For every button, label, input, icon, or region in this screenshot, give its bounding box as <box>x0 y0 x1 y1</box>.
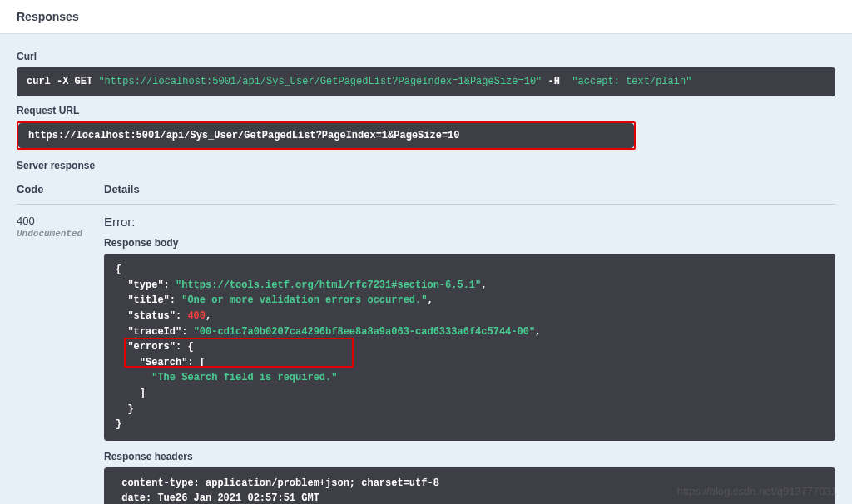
request-url-highlight: https://localhost:5001/api/Sys_User/GetP… <box>17 121 636 150</box>
curl-label: Curl <box>17 51 835 62</box>
curl-prefix: curl -X GET <box>27 76 98 87</box>
status-code: 400 <box>17 215 104 227</box>
response-headers-block[interactable]: content-type: application/problem+json; … <box>104 467 835 504</box>
responses-title: Responses <box>17 10 835 23</box>
response-details-cell: Error: Response body { "type": "https://… <box>104 215 835 504</box>
response-headers-label: Response headers <box>104 451 835 462</box>
response-body-label: Response body <box>104 237 835 249</box>
col-details-header: Details <box>104 183 835 195</box>
response-body-block[interactable]: { "type": "https://tools.ietf.org/html/r… <box>104 254 835 441</box>
server-response-label: Server response <box>17 160 835 171</box>
response-table-header: Code Details <box>17 178 835 205</box>
response-body-pre: { "type": "https://tools.ietf.org/html/r… <box>116 262 824 432</box>
undocumented-label: Undocumented <box>17 229 104 239</box>
request-url-value: https://localhost:5001/api/Sys_User/GetP… <box>18 123 634 148</box>
responses-header: Responses <box>0 0 852 34</box>
response-code-cell: 400 Undocumented <box>17 215 104 504</box>
response-row: 400 Undocumented Error: Response body { … <box>17 205 835 504</box>
response-headers-pre: content-type: application/problem+json; … <box>116 476 824 504</box>
col-code-header: Code <box>17 183 104 195</box>
curl-hflag: -H <box>542 76 566 87</box>
request-url-block[interactable]: https://localhost:5001/api/Sys_User/GetP… <box>18 123 634 148</box>
error-label: Error: <box>104 215 835 229</box>
curl-block[interactable]: curl -X GET "https://localhost:5001/api/… <box>17 67 835 96</box>
request-url-label: Request URL <box>17 105 835 116</box>
curl-hval: "accept: text/plain" <box>566 76 691 87</box>
curl-url: "https://localhost:5001/api/Sys_User/Get… <box>98 76 542 87</box>
